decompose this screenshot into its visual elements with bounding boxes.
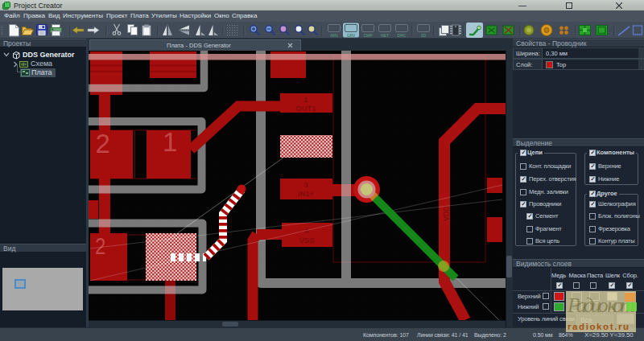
svg-text:3: 3	[303, 180, 308, 189]
svg-text:VSS: VSS	[299, 236, 314, 244]
svg-text:NET: NET	[381, 33, 389, 38]
svg-text:OUT1: OUT1	[295, 104, 316, 113]
svg-text:2: 2	[95, 232, 105, 259]
svg-text:1: 1	[163, 127, 177, 157]
svg-text:2: 2	[96, 129, 110, 158]
svg-text:1: 1	[303, 95, 308, 104]
svg-text:DRC: DRC	[398, 33, 407, 38]
svg-text:VDD: VDD	[442, 205, 450, 221]
svg-text:GRV: GRV	[347, 33, 356, 38]
svg-text:3D: 3D	[421, 33, 427, 38]
svg-text:MIN: MIN	[330, 33, 338, 38]
svg-text:IN1+: IN1+	[298, 189, 315, 198]
svg-text:CMP: CMP	[363, 33, 373, 38]
svg-text:radiokot.ru: radiokot.ru	[568, 322, 630, 331]
